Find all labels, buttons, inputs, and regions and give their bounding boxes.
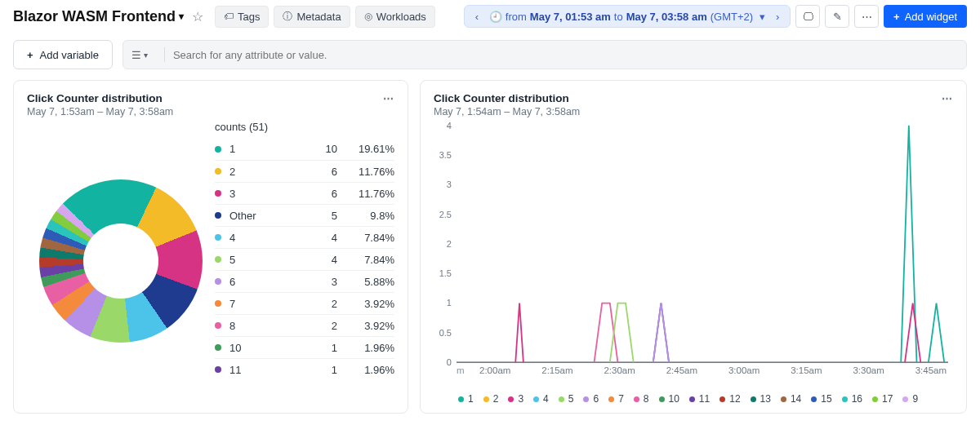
add-widget-button[interactable]: + Add widget xyxy=(884,5,967,28)
legend-label: 1 xyxy=(229,143,296,155)
app-header: Blazor WASM Frontend ▾ ☆ 🏷 Tags ⓘ Metada… xyxy=(0,0,980,31)
legend-item[interactable]: 10 xyxy=(659,393,679,405)
legend-row[interactable]: 3611.76% xyxy=(215,182,394,204)
timeseries-chart[interactable]: 00.511.522.533.54 xyxy=(434,122,953,365)
legend-pct: 11.76% xyxy=(337,166,394,178)
legend-row[interactable]: 447.84% xyxy=(215,226,394,248)
x-tick: 3:15am xyxy=(791,365,822,375)
legend-dot xyxy=(559,396,564,402)
legend-count: 6 xyxy=(296,188,337,200)
legend-count: 2 xyxy=(296,320,337,332)
legend-row[interactable]: 11019.61% xyxy=(215,138,394,160)
more-button[interactable]: ⋯ xyxy=(854,5,879,28)
divider xyxy=(164,47,165,62)
legend-item[interactable]: 13 xyxy=(751,393,771,405)
time-prev-button[interactable]: ‹ xyxy=(468,7,486,25)
filter-button[interactable]: ☰ ▾ xyxy=(131,49,156,61)
tags-chip[interactable]: 🏷 Tags xyxy=(215,6,269,28)
donut-chart[interactable] xyxy=(39,179,203,343)
legend-row[interactable]: 723.92% xyxy=(215,292,394,314)
legend-text: 7 xyxy=(618,393,624,405)
time-to: May 7, 03:58 am xyxy=(626,11,707,23)
metadata-chip[interactable]: ⓘ Metadata xyxy=(274,6,350,28)
legend-text: 8 xyxy=(644,393,649,405)
add-variable-button[interactable]: + Add variable xyxy=(13,40,113,69)
legend-dot xyxy=(811,396,817,402)
legend-count: 5 xyxy=(296,210,337,222)
panel-menu-button[interactable]: ⋯ xyxy=(383,92,394,104)
legend-row[interactable]: 1111.96% xyxy=(215,358,394,380)
legend-swatch xyxy=(215,278,221,285)
edit-button[interactable]: ✎ xyxy=(825,5,849,28)
panel-body: counts (51) 11019.61%2611.76%3611.76%Oth… xyxy=(27,117,394,405)
legend-row[interactable]: 547.84% xyxy=(215,248,394,270)
legend-label: 7 xyxy=(229,298,296,310)
chevron-down-icon: ▾ xyxy=(179,11,184,22)
metadata-chip-label: Metadata xyxy=(296,11,341,23)
legend-item[interactable]: 1 xyxy=(458,393,474,405)
legend-pct: 1.96% xyxy=(337,342,394,354)
legend-swatch xyxy=(215,146,221,153)
legend-item[interactable]: 14 xyxy=(781,393,801,405)
legend-text: 9 xyxy=(912,393,918,405)
workloads-chip-label: Workloads xyxy=(376,11,426,23)
time-tz: (GMT+2) xyxy=(710,11,753,23)
legend-row[interactable]: 2611.76% xyxy=(215,160,394,182)
panel-subtitle: May 7, 1:53am – May 7, 3:58am xyxy=(27,106,173,117)
legend-text: 2 xyxy=(493,393,499,405)
legend-item[interactable]: 16 xyxy=(842,393,862,405)
legend-row[interactable]: 823.92% xyxy=(215,314,394,336)
presentation-mode-button[interactable]: 🖵 xyxy=(795,5,820,28)
legend-dot xyxy=(842,396,848,402)
x-tick: 3:00am xyxy=(728,365,760,375)
legend-label: 3 xyxy=(229,188,296,200)
legend-item[interactable]: 7 xyxy=(608,393,624,405)
legend-item[interactable]: 3 xyxy=(508,393,523,405)
legend-item[interactable]: 2 xyxy=(483,393,499,405)
x-tick: 2:15am xyxy=(541,365,572,375)
legend-swatch xyxy=(215,212,221,219)
search-input[interactable] xyxy=(173,49,958,61)
star-icon[interactable]: ☆ xyxy=(192,9,203,24)
legend-item[interactable]: 11 xyxy=(689,393,710,405)
time-range-body[interactable]: 🕘 from May 7, 01:53 am to May 7, 03:58 a… xyxy=(486,11,768,23)
header-right: ‹ 🕘 from May 7, 01:53 am to May 7, 03:58… xyxy=(464,5,967,28)
legend-pct: 1.96% xyxy=(337,364,394,376)
legend-item[interactable]: 9 xyxy=(902,393,918,405)
legend-dot xyxy=(533,396,539,402)
time-next-button[interactable]: › xyxy=(768,7,786,25)
legend-item[interactable]: 12 xyxy=(719,393,740,405)
legend-dot xyxy=(458,396,464,402)
legend-text: 15 xyxy=(821,393,831,405)
legend-count: 1 xyxy=(296,364,337,376)
legend-pct: 5.88% xyxy=(337,276,394,288)
clock-icon: 🕘 xyxy=(489,11,502,23)
legend-title: counts (51) xyxy=(215,117,394,138)
info-icon: ⓘ xyxy=(283,10,292,24)
legend-row[interactable]: 635.88% xyxy=(215,270,394,292)
legend-item[interactable]: 17 xyxy=(872,393,893,405)
legend-item[interactable]: 5 xyxy=(559,393,574,405)
legend-row[interactable]: Other59.8% xyxy=(215,204,394,226)
x-axis: m 2:00am2:15am2:30am2:45am3:00am3:15am3:… xyxy=(434,365,953,388)
legend-row[interactable]: 1011.96% xyxy=(215,336,394,358)
legend-pct: 9.8% xyxy=(337,210,394,222)
panel-click-counter-donut: Click Counter distribution May 7, 1:53am… xyxy=(13,80,408,414)
x-tick: 3:30am xyxy=(853,365,884,375)
legend-item[interactable]: 6 xyxy=(583,393,599,405)
svg-text:3.5: 3.5 xyxy=(439,150,452,160)
legend-text: 12 xyxy=(729,393,740,405)
panel-menu-button[interactable]: ⋯ xyxy=(942,92,953,104)
time-mid: to xyxy=(614,11,623,23)
legend-count: 4 xyxy=(296,254,337,266)
legend-item[interactable]: 8 xyxy=(634,393,649,405)
legend-swatch xyxy=(215,256,221,263)
workloads-chip[interactable]: ◎ Workloads xyxy=(355,6,435,28)
legend: counts (51) 11019.61%2611.76%3611.76%Oth… xyxy=(215,117,394,405)
legend-item[interactable]: 4 xyxy=(533,393,549,405)
svg-text:1.5: 1.5 xyxy=(439,268,452,278)
legend-item[interactable]: 15 xyxy=(811,393,831,405)
page-title[interactable]: Blazor WASM Frontend ▾ xyxy=(13,8,184,25)
legend-count: 10 xyxy=(296,143,337,155)
legend-label: 8 xyxy=(229,320,296,332)
